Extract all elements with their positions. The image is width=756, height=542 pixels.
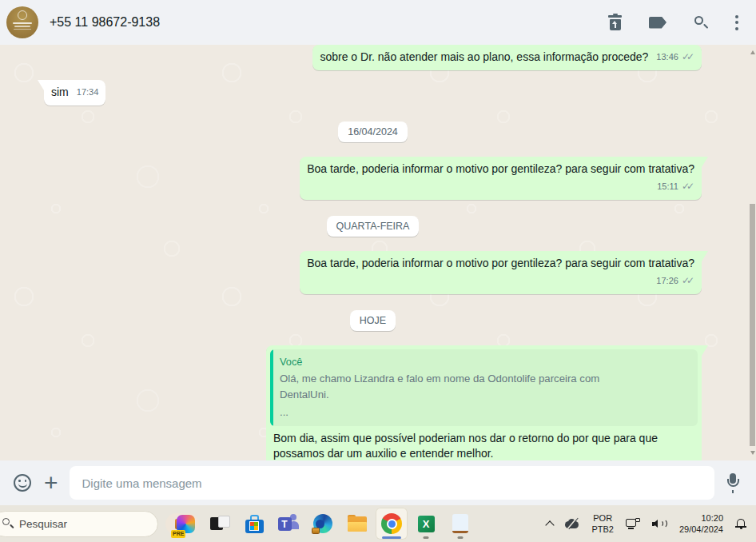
scroll-down-arrow[interactable] (750, 451, 755, 455)
header-actions (605, 11, 742, 34)
message-bubble[interactable]: Boa tarde, poderia informar o motivo por… (300, 251, 702, 294)
message-outgoing: Você Olá, me chamo Lizandra e falo em no… (44, 345, 702, 460)
taskbar-clock[interactable]: 10:20 29/04/2024 (679, 512, 723, 535)
double-check-icon: ✓✓ (682, 459, 694, 460)
taskbar-search[interactable] (0, 511, 158, 537)
message-time: 15:11 (657, 179, 678, 194)
message-bubble[interactable]: sim 17:34 (44, 80, 105, 106)
language-indicator[interactable]: POR PTB2 (591, 512, 614, 535)
task-view-icon (210, 514, 230, 534)
clock-time: 10:20 (679, 512, 723, 524)
date-divider: QUARTA-FEIRA (327, 216, 420, 237)
onedrive-status-button[interactable] (565, 518, 579, 529)
message-text: Bom dia, assim que possível poderiam nos… (270, 431, 698, 460)
volume-button[interactable] (652, 518, 667, 529)
message-meta: 13:46 ✓✓ (656, 50, 694, 65)
message-bubble[interactable]: Boa tarde, poderia informar o motivo por… (300, 157, 702, 200)
edge-icon (313, 514, 332, 533)
copilot-pre-badge: PRE (171, 530, 185, 538)
message-bubble[interactable]: Você Olá, me chamo Lizandra e falo em no… (266, 345, 702, 460)
scrollbar[interactable] (749, 45, 756, 460)
avatar[interactable] (6, 6, 38, 38)
search-icon (694, 15, 708, 30)
attach-button[interactable]: + (31, 473, 58, 492)
message-text: sim (51, 85, 69, 100)
delete-chat-button[interactable] (605, 11, 625, 34)
quoted-message[interactable]: Você Olá, me chamo Lizandra e falo em no… (270, 349, 698, 426)
file-explorer-icon (348, 516, 367, 532)
scrollbar-thumb[interactable] (750, 204, 755, 446)
system-tray: POR PTB2 10:20 29/04/2024 (547, 512, 756, 535)
taskbar-app-teams[interactable]: T (273, 508, 304, 540)
message-meta: 17:34 (77, 85, 99, 100)
speaker-icon (652, 518, 667, 529)
taskbar-app-explorer[interactable] (341, 508, 373, 540)
avatar-emblem (18, 10, 27, 20)
message-meta: 17:26 ✓✓ (307, 273, 694, 289)
microsoft-store-icon (245, 515, 264, 533)
cast-button[interactable] (626, 518, 640, 529)
emoji-icon (14, 474, 31, 492)
message-meta: 10:21 ✓✓ (656, 459, 694, 460)
taskbar-app-chrome[interactable] (376, 508, 408, 540)
cast-icon (626, 518, 640, 529)
taskbar-app-taskview[interactable] (204, 508, 236, 540)
message-time: 17:34 (77, 85, 99, 100)
message-meta: 15:11 ✓✓ (307, 179, 694, 194)
date-divider: 16/04/2024 (338, 122, 408, 142)
taskbar-app-edge[interactable] (307, 508, 339, 540)
message-input[interactable] (70, 466, 714, 500)
taskbar-search-input[interactable] (14, 518, 165, 530)
teams-icon: T (278, 514, 300, 533)
date-divider: HOJE (350, 310, 396, 331)
message-text: Boa tarde, poderia informar o motivo por… (307, 161, 694, 177)
notepad-icon (452, 514, 468, 533)
message-time: 17:26 (656, 273, 678, 289)
microphone-icon (724, 473, 742, 493)
tray-overflow-button[interactable] (547, 519, 553, 528)
double-check-icon: ✓✓ (682, 273, 694, 289)
taskbar-apps: PRE T (169, 508, 476, 540)
running-app-indicator (424, 536, 429, 539)
contact-info[interactable]: +55 11 98672-9138 (6, 6, 160, 38)
message-text: sobre o Dr. não atender mais ao plano, e… (320, 50, 648, 65)
scroll-up-arrow[interactable] (750, 50, 755, 54)
quote-text: Olá, me chamo Lizandra e falo em nome da… (280, 371, 639, 403)
message-time: 13:46 (656, 50, 678, 65)
label-button[interactable] (646, 14, 670, 32)
taskbar-app-store[interactable] (238, 508, 270, 540)
whatsapp-window: +55 11 98672-9138 (0, 0, 756, 542)
clock-date: 29/04/2024 (679, 524, 723, 535)
kebab-menu-icon (735, 15, 738, 30)
composer: + (0, 460, 756, 505)
message-bubble[interactable]: sobre o Dr. não atender mais ao plano, e… (312, 45, 702, 70)
taskbar-app-notepad[interactable] (444, 508, 476, 540)
trash-icon (608, 14, 622, 30)
cloud-slash-icon (565, 518, 579, 529)
bell-icon (735, 518, 746, 529)
message-outgoing: sobre o Dr. não atender mais ao plano, e… (44, 45, 702, 70)
search-button[interactable] (690, 12, 711, 33)
emoji-button[interactable] (14, 474, 31, 492)
chevron-up-icon (546, 520, 555, 529)
running-app-indicator (458, 536, 464, 539)
chat-area: sobre o Dr. não atender mais ao plano, e… (0, 45, 756, 460)
double-check-icon: ✓✓ (682, 179, 694, 194)
message-text: Boa tarde, poderia informar o motivo por… (307, 256, 694, 271)
chrome-icon (381, 513, 402, 534)
taskbar-app-copilot[interactable]: PRE (169, 508, 201, 540)
message-outgoing: Boa tarde, poderia informar o motivo por… (44, 251, 702, 294)
contact-phone: +55 11 98672-9138 (50, 15, 160, 30)
search-icon (2, 518, 14, 530)
taskbar-app-excel[interactable]: X (410, 508, 442, 540)
quote-ellipsis: ... (280, 405, 639, 420)
voice-message-button[interactable] (724, 473, 742, 493)
message-incoming: sim 17:34 (44, 80, 702, 106)
chat-header: +55 11 98672-9138 (0, 0, 756, 45)
edge-work-badge (312, 528, 320, 534)
menu-button[interactable] (732, 12, 742, 34)
notifications-button[interactable] (735, 518, 746, 529)
excel-icon: X (418, 516, 435, 532)
double-check-icon: ✓✓ (682, 50, 694, 65)
label-icon (649, 17, 666, 29)
